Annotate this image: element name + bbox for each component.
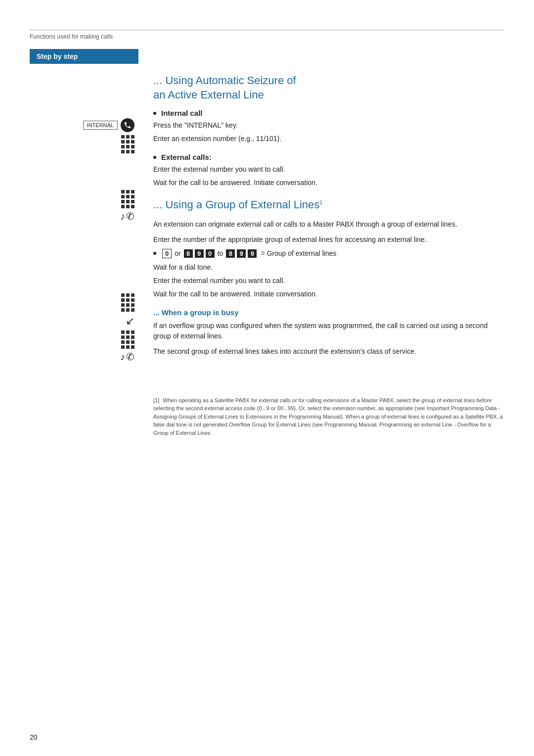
group-num-9-2: 9 <box>237 249 246 258</box>
kp-dot <box>121 340 125 344</box>
content-area: INTERNAL <box>30 64 504 658</box>
kp-dot <box>131 345 134 349</box>
kp-dot <box>121 140 125 143</box>
kp-dot <box>131 190 134 193</box>
dial-arrow-row: ↙ <box>30 315 134 328</box>
kp-dot <box>131 135 134 139</box>
bullet-dot-group <box>153 252 156 255</box>
kp-dot <box>126 135 130 139</box>
internal-text1: Press the "INTERNAL" key. <box>153 120 504 131</box>
kp-dot <box>121 135 125 139</box>
group-suffix-label: = Group of external lines <box>261 249 336 257</box>
footnote-section: [1] When operating as a Satellite PABX f… <box>153 396 504 437</box>
kp-dot <box>121 195 125 198</box>
music-note-icon-2: ♪ <box>120 351 125 363</box>
step-by-step-bar: Step by step <box>30 49 138 64</box>
external-text2: Wait for the call to be answered. Initia… <box>153 178 504 188</box>
group-to-label: to <box>218 249 223 257</box>
left-column: INTERNAL <box>30 64 143 658</box>
kp-dot <box>126 293 130 297</box>
when-busy-text1: If an overflow group was configured when… <box>153 321 504 341</box>
keypad-grid-external <box>121 190 134 208</box>
kp-dot <box>121 298 125 302</box>
kp-dot <box>126 195 130 198</box>
internal-key-row: INTERNAL <box>30 118 134 132</box>
kp-dot <box>131 308 134 312</box>
kp-dot <box>126 340 130 344</box>
keypad-icon-row-group2 <box>30 331 134 349</box>
kp-dot <box>121 190 125 193</box>
enter-ext-text: Enter the external number you want to ca… <box>153 276 504 286</box>
kp-dot <box>126 200 130 203</box>
wait-answered-text: Wait for the call to be answered. Initia… <box>153 289 504 299</box>
section1-heading-part1: ... Using Automatic Seizure of <box>153 74 296 87</box>
kp-dot <box>126 150 130 153</box>
kp-dot <box>131 293 134 297</box>
right-column: ... Using Automatic Seizure of an Active… <box>143 64 504 658</box>
keypad-icon-row-external <box>30 190 134 208</box>
kp-dot <box>131 195 134 198</box>
top-rule <box>30 30 504 30</box>
internal-text2: Enter an extension number (e.g., 11/101)… <box>153 134 504 144</box>
group-num-8-1: 8 <box>184 249 193 258</box>
kp-dot <box>131 140 134 143</box>
keypad-icon-row-1 <box>30 135 134 153</box>
kp-dot <box>126 345 130 349</box>
kp-dot <box>131 331 134 334</box>
group-num-0: 0 <box>162 249 172 258</box>
internal-key-button: INTERNAL <box>83 121 118 130</box>
enter-number-text: Enter the number of the appropriate grou… <box>153 235 504 245</box>
page-number: 20 <box>30 733 38 741</box>
external-calls-section: External calls: Enter the external numbe… <box>153 153 504 188</box>
section1-heading-part2: an Active External Line <box>153 89 264 101</box>
kp-dot <box>131 298 134 302</box>
keypad-icon-row-group <box>30 293 134 312</box>
phone-receiver-icon: ✆ <box>126 210 134 222</box>
kp-dot <box>126 303 130 307</box>
kp-dot <box>131 303 134 307</box>
kp-dot <box>131 150 134 153</box>
footnote-text: When operating as a Satellite PABX for e… <box>153 397 503 436</box>
kp-dot <box>121 303 125 307</box>
section2-heading-part1: ... Using a Group of External Lines <box>153 198 319 211</box>
kp-dot <box>121 205 125 208</box>
group-num-0-1: 0 <box>206 249 215 258</box>
group-number-line: 0 or 8 9 0 to 8 9 9 = Group of external … <box>153 249 504 258</box>
section2-heading: ... Using a Group of External Lines1 <box>153 198 504 212</box>
footnote-superscript: 1 <box>319 199 322 205</box>
keypad-grid-1 <box>121 135 134 153</box>
kp-dot <box>131 335 134 339</box>
bullet-dot-internal <box>153 112 156 115</box>
phone-circle-icon <box>121 118 134 132</box>
phone-receiver-icon-2: ✆ <box>126 351 134 363</box>
kp-dot <box>126 308 130 312</box>
kp-dot <box>121 335 125 339</box>
kp-dot <box>126 140 130 143</box>
music-note-icon: ♪ <box>120 211 125 222</box>
music-phone-row-1: ♪ ✆ <box>30 210 134 222</box>
when-busy-text2: The second group of external lines takes… <box>153 346 504 357</box>
external-calls-title: External calls: <box>153 153 504 161</box>
kp-dot <box>126 205 130 208</box>
kp-dot <box>121 145 125 148</box>
kp-dot <box>131 145 134 148</box>
kp-dot <box>131 205 134 208</box>
group-or-label: or <box>175 249 180 257</box>
internal-call-title: Internal call <box>153 109 504 117</box>
keypad-grid-group <box>121 293 134 312</box>
group-num-9-1: 9 <box>195 249 204 258</box>
keypad-grid-group2 <box>121 331 134 349</box>
kp-dot <box>121 293 125 297</box>
kp-dot <box>121 345 125 349</box>
kp-dot <box>131 340 134 344</box>
kp-dot <box>126 145 130 148</box>
when-busy-heading: ... When a group is busy <box>153 308 504 317</box>
phone-svg-icon <box>124 121 132 129</box>
kp-dot <box>126 335 130 339</box>
functions-label: Functions used for making calls <box>30 33 504 40</box>
kp-dot <box>121 331 125 334</box>
music-phone-row-2: ♪ ✆ <box>30 351 134 363</box>
page-wrapper: Functions used for making calls Step by … <box>0 0 534 756</box>
section1-heading: ... Using Automatic Seizure of an Active… <box>153 74 504 102</box>
kp-dot <box>126 298 130 302</box>
